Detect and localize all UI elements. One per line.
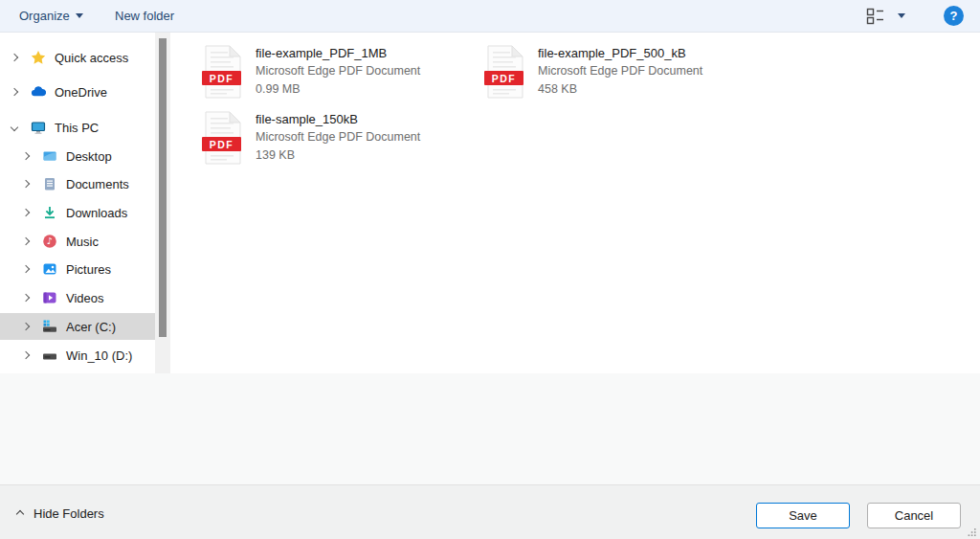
- scrollbar-thumb[interactable]: [159, 38, 167, 337]
- file-type: Microsoft Edge PDF Document: [538, 62, 702, 80]
- sidebar-item-label: Desktop: [66, 149, 112, 164]
- file-item[interactable]: PDF file-example_PDF_500_kB Microsoft Ed…: [483, 44, 763, 101]
- sidebar-item-win10-d[interactable]: Win_10 (D:): [0, 342, 155, 369]
- chevron-right-icon[interactable]: [11, 54, 18, 61]
- picture-icon: [42, 261, 57, 277]
- chevron-down-icon[interactable]: [11, 124, 18, 131]
- chevron-right-icon[interactable]: [22, 294, 30, 302]
- file-item[interactable]: PDF file-example_PDF_1MB Microsoft Edge …: [201, 44, 480, 101]
- file-name: file-example_PDF_500_kB: [538, 44, 702, 62]
- file-info: file-example_PDF_1MB Microsoft Edge PDF …: [256, 44, 420, 101]
- save-label: Save: [789, 508, 817, 523]
- pdf-badge: PDF: [492, 73, 517, 84]
- hide-folders-button[interactable]: Hide Folders: [17, 506, 104, 521]
- sidebar-item-label: Quick access: [55, 51, 128, 65]
- monitor-icon: [31, 120, 46, 135]
- file-name: file-example_PDF_1MB: [256, 44, 420, 62]
- sidebar-item-music[interactable]: ♪ Music: [0, 228, 155, 255]
- sidebar-item-label: Pictures: [66, 262, 111, 277]
- help-button[interactable]: ?: [944, 6, 964, 26]
- new-folder-button[interactable]: New folder: [115, 0, 174, 32]
- pdf-badge: PDF: [210, 73, 234, 84]
- drive-icon: [42, 348, 57, 363]
- navigation-pane: Quick access OneDrive This PC: [0, 33, 155, 373]
- windows-drive-icon: [42, 319, 57, 334]
- sidebar-item-this-pc[interactable]: This PC: [0, 114, 155, 141]
- chevron-down-icon: [76, 13, 83, 18]
- file-info: file-sample_150kB Microsoft Edge PDF Doc…: [256, 110, 420, 168]
- chevron-right-icon[interactable]: [22, 152, 30, 160]
- sidebar-item-desktop[interactable]: Desktop: [0, 143, 155, 169]
- download-arrow-icon: [42, 205, 57, 220]
- sidebar-item-label: Downloads: [66, 206, 127, 220]
- file-size: 458 KB: [538, 80, 702, 99]
- hide-folders-label: Hide Folders: [33, 506, 104, 521]
- file-name: file-sample_150kB: [256, 110, 420, 128]
- resize-grip[interactable]: [966, 526, 977, 537]
- pdf-file-icon: PDF: [201, 45, 243, 99]
- form-panel: File name: Binder Save as type: Adobe PD…: [0, 373, 980, 484]
- toolbar: Organize New folder ?: [0, 0, 980, 33]
- desktop-icon: [42, 148, 57, 164]
- cancel-button[interactable]: Cancel: [867, 503, 961, 528]
- sidebar-item-documents[interactable]: Documents: [0, 170, 155, 197]
- file-size: 0.99 MB: [256, 80, 420, 99]
- video-icon: [42, 290, 57, 305]
- sidebar-item-label: This PC: [55, 121, 99, 135]
- sidebar-item-label: Videos: [66, 291, 104, 305]
- sidebar-item-videos[interactable]: Videos: [0, 284, 155, 311]
- file-type: Microsoft Edge PDF Document: [256, 128, 420, 146]
- music-note-icon: ♪: [42, 234, 57, 249]
- view-mode-dropdown-arrow[interactable]: [898, 13, 905, 18]
- chevron-right-icon[interactable]: [11, 88, 18, 96]
- star-icon: [31, 50, 46, 65]
- chevron-right-icon[interactable]: [22, 265, 30, 273]
- chevron-right-icon[interactable]: [22, 323, 30, 330]
- save-button[interactable]: Save: [756, 503, 850, 528]
- save-dialog: Organize New folder ? Quick access: [0, 0, 980, 539]
- file-size: 139 KB: [256, 146, 420, 165]
- new-folder-label: New folder: [115, 9, 174, 23]
- sidebar-item-label: OneDrive: [55, 85, 107, 100]
- cancel-label: Cancel: [895, 508, 933, 523]
- sidebar-item-acer-c[interactable]: Acer (C:): [0, 313, 155, 340]
- chevron-up-icon: [16, 509, 24, 517]
- footer: Hide Folders Save Cancel: [0, 484, 980, 539]
- view-mode-button[interactable]: [866, 8, 889, 25]
- list-view-icon: [866, 8, 889, 25]
- sidebar-item-pictures[interactable]: Pictures: [0, 256, 155, 282]
- onedrive-cloud-icon: [31, 84, 46, 100]
- sidebar-item-downloads[interactable]: Downloads: [0, 199, 155, 226]
- sidebar-item-label: Music: [66, 235, 99, 249]
- chevron-right-icon[interactable]: [22, 237, 30, 245]
- sidebar-item-label: Acer (C:): [66, 320, 116, 334]
- help-icon: ?: [950, 9, 958, 23]
- file-item[interactable]: PDF file-sample_150kB Microsoft Edge PDF…: [201, 110, 480, 168]
- pdf-file-icon: PDF: [483, 45, 525, 99]
- file-list: PDF file-example_PDF_1MB Microsoft Edge …: [170, 33, 980, 373]
- chevron-right-icon[interactable]: [22, 351, 30, 359]
- sidebar-item-label: Win_10 (D:): [66, 348, 132, 363]
- chevron-right-icon[interactable]: [22, 180, 30, 188]
- file-type: Microsoft Edge PDF Document: [256, 62, 420, 80]
- sidebar-scrollbar[interactable]: [155, 33, 170, 373]
- pdf-badge: PDF: [210, 139, 234, 150]
- sidebar-item-onedrive[interactable]: OneDrive: [0, 79, 155, 105]
- chevron-right-icon[interactable]: [22, 209, 30, 216]
- file-info: file-example_PDF_500_kB Microsoft Edge P…: [538, 44, 702, 101]
- svg-text:♪: ♪: [47, 236, 53, 246]
- organize-button[interactable]: Organize: [19, 0, 83, 32]
- sidebar-item-label: Documents: [66, 177, 129, 191]
- document-icon: [42, 176, 57, 191]
- pdf-file-icon: PDF: [201, 111, 243, 165]
- organize-label: Organize: [19, 9, 70, 23]
- sidebar-item-quick-access[interactable]: Quick access: [0, 44, 155, 71]
